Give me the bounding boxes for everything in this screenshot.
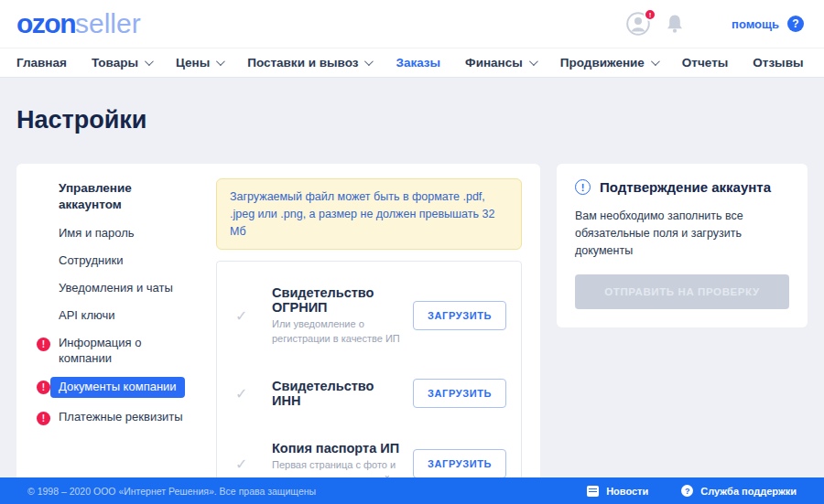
alert-circle-icon: ! — [575, 179, 591, 195]
confirmation-title: Подтверждение аккаунта — [600, 179, 771, 195]
upload-button-inn[interactable]: ЗАГРУЗИТЬ — [413, 379, 506, 408]
documents-list: ✓ Свидетельство ОГРНИП Или уведомление о… — [216, 261, 522, 504]
check-icon: ✓ — [232, 456, 272, 473]
account-confirmation-panel: ! Подтверждение аккаунта Вам необходимо … — [557, 164, 808, 327]
document-subtitle: Или уведомление о регистрации в качестве… — [272, 317, 404, 346]
chevron-down-icon — [364, 57, 374, 66]
sidebar-item-company-documents[interactable]: ! Документы компании — [37, 379, 216, 399]
notifications-button[interactable] — [666, 14, 684, 34]
sidebar-header-label: Управление аккаунтом — [59, 180, 191, 212]
settings-card: Управление аккаунтом Имя и пароль Сотруд… — [16, 164, 540, 504]
bell-icon — [666, 14, 684, 34]
document-title: Свидетельство ИНН — [272, 379, 404, 408]
news-link[interactable]: Новости — [587, 486, 648, 497]
logo-seller: seller — [75, 8, 141, 39]
document-title: Свидетельство ОГРНИП — [272, 285, 404, 315]
support-question-icon: ? — [681, 485, 693, 497]
main-nav: Главная Товары Цены Поставки и вывоз Зак… — [0, 48, 824, 78]
file-format-info-box: Загружаемый файл может быть в формате .p… — [216, 178, 522, 250]
content-area: Управление аккаунтом Имя и пароль Сотруд… — [0, 164, 824, 504]
chevron-down-icon — [145, 57, 154, 66]
support-link[interactable]: ? Служба поддержки — [681, 485, 797, 497]
nav-item-prodvizhenie[interactable]: Продвижение — [560, 56, 657, 70]
document-row-ogrnip: ✓ Свидетельство ОГРНИП Или уведомление о… — [232, 285, 506, 346]
sidebar-item-payment-details[interactable]: ! Платежные реквизиты — [37, 410, 216, 425]
nav-item-zakazy[interactable]: Заказы — [396, 56, 440, 70]
sidebar-item-employees[interactable]: Сотрудники — [37, 253, 216, 269]
warning-badge-icon: ! — [37, 338, 50, 351]
upload-button-passport[interactable]: ЗАГРУЗИТЬ — [413, 449, 506, 478]
news-icon — [587, 486, 599, 497]
help-label: помощь — [732, 17, 779, 31]
sidebar-item-notifications[interactable]: Уведомления и чаты — [37, 281, 216, 296]
warning-badge-icon: ! — [37, 412, 50, 425]
submit-for-review-button[interactable]: ОТПРАВИТЬ НА ПРОВЕРКУ — [575, 274, 789, 309]
app-header: ozonseller ! помощь ? — [0, 0, 824, 48]
upload-button-ogrnip[interactable]: ЗАГРУЗИТЬ — [413, 301, 506, 330]
nav-item-tovary[interactable]: Товары — [92, 56, 151, 70]
nav-item-finansy[interactable]: Финансы — [465, 56, 536, 70]
settings-sidebar: Управление аккаунтом Имя и пароль Сотруд… — [37, 178, 216, 504]
documents-section: Загружаемый файл может быть в формате .p… — [216, 178, 522, 504]
chevron-down-icon — [651, 57, 660, 66]
check-icon: ✓ — [232, 385, 272, 402]
profile-alert-badge: ! — [644, 8, 656, 21]
ozon-seller-logo[interactable]: ozonseller — [16, 8, 141, 39]
page-title: Настройки — [0, 94, 824, 147]
sidebar-item-name-password[interactable]: Имя и пароль — [37, 226, 216, 241]
chevron-down-icon — [529, 57, 538, 66]
nav-item-otchety[interactable]: Отчеты — [682, 56, 728, 70]
confirmation-description: Вам необходимо заполнить все обязательны… — [575, 208, 789, 259]
logo-ozon: ozon — [16, 8, 75, 39]
warning-badge-icon: ! — [37, 381, 50, 394]
app-footer: © 1998 – 2020 ООО «Интернет Решения». Вс… — [0, 477, 824, 504]
sidebar-selected-label: Документы компании — [50, 377, 185, 399]
copyright-text: © 1998 – 2020 ООО «Интернет Решения». Вс… — [27, 486, 316, 497]
sidebar-item-company-info[interactable]: ! Информация о компании — [37, 336, 216, 367]
nav-item-otzyvy[interactable]: Отзывы — [753, 56, 803, 70]
nav-item-postavki[interactable]: Поставки и вывоз — [247, 56, 371, 70]
help-button[interactable]: помощь ? — [732, 16, 804, 32]
nav-item-tseny[interactable]: Цены — [176, 56, 222, 70]
document-title: Копия паспорта ИП — [272, 441, 404, 456]
document-row-inn: ✓ Свидетельство ИНН ЗАГРУЗИТЬ — [232, 379, 506, 408]
nav-item-glavnaya[interactable]: Главная — [16, 56, 67, 70]
sidebar-item-api-keys[interactable]: API ключи — [37, 308, 216, 324]
sidebar-header: Управление аккаунтом — [37, 180, 216, 212]
help-question-icon: ? — [787, 16, 804, 32]
chevron-down-icon — [216, 57, 225, 66]
profile-button[interactable]: ! — [626, 12, 651, 36]
check-icon: ✓ — [232, 307, 272, 325]
